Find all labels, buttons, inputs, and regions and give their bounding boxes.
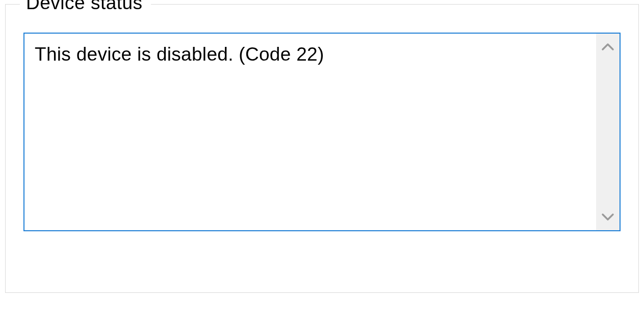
scrollbar-vertical[interactable] — [596, 34, 620, 230]
device-status-box: This device is disabled. (Code 22) — [23, 33, 621, 231]
chevron-down-icon — [601, 212, 614, 224]
scroll-up-button[interactable] — [602, 42, 614, 54]
device-status-message: This device is disabled. (Code 22) — [24, 34, 596, 230]
device-status-group: Device status This device is disabled. (… — [5, 4, 639, 293]
scroll-down-button[interactable] — [602, 212, 614, 224]
chevron-up-icon — [601, 42, 614, 53]
device-status-legend: Device status — [20, 0, 151, 14]
